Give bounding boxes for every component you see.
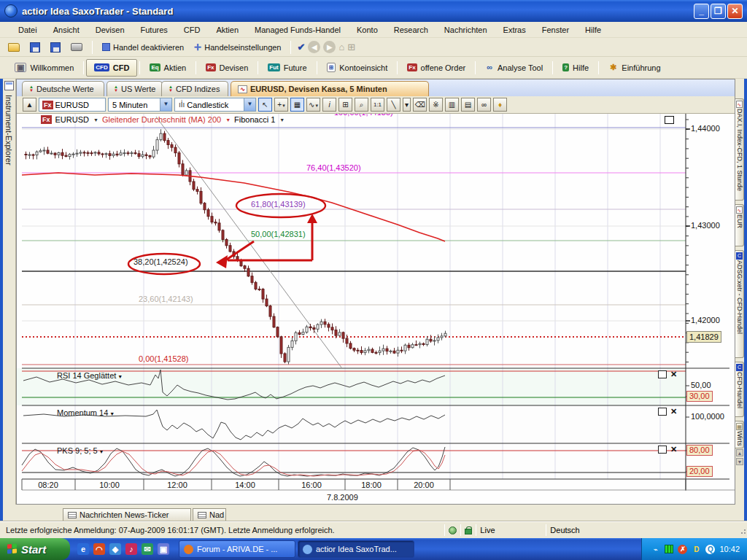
pane-restore-icon[interactable] bbox=[658, 408, 667, 416]
save-as-button[interactable] bbox=[47, 41, 64, 54]
app-tab-cfd[interactable]: CFDCFD bbox=[86, 59, 137, 77]
menu-item-fenster[interactable]: Fenster bbox=[534, 23, 577, 36]
menu-item-konto[interactable]: Konto bbox=[349, 23, 386, 36]
workspace-tab-eurusd-devisen-kassa-5-minuten[interactable]: ∿EURUSD, Devisen Kassa, 5 Minuten bbox=[231, 81, 429, 96]
menu-item-cfd[interactable]: CFD bbox=[176, 23, 209, 36]
q-tray-icon[interactable]: Q bbox=[705, 545, 715, 554]
app-tab-kontoeinsicht[interactable]: ⊞Kontoeinsicht bbox=[320, 59, 395, 77]
mail-icon[interactable]: ✉ bbox=[142, 543, 153, 555]
open-button[interactable] bbox=[4, 42, 23, 53]
menu-item-aktien[interactable]: Aktien bbox=[208, 23, 247, 36]
right-tab-adsg-xetr-cfd-handel[interactable]: CADSG:xetr - CFD-Handel bbox=[735, 250, 744, 358]
chart-window-button[interactable]: ▤ bbox=[461, 98, 475, 112]
d-tray-icon[interactable]: D bbox=[692, 545, 701, 554]
collapse-button[interactable]: ▲ bbox=[23, 98, 36, 112]
menu-item-devisen[interactable]: Devisen bbox=[88, 23, 133, 36]
chevron-down-icon[interactable]: ▼ bbox=[225, 117, 231, 122]
news-tab-nad[interactable]: Nad bbox=[193, 508, 226, 521]
taskbar-window-browser[interactable]: Forum - ARIVA.DE - ... bbox=[179, 540, 295, 558]
info-button[interactable]: i bbox=[322, 98, 336, 112]
symbol-input[interactable]: Fx EURUSD bbox=[39, 98, 106, 112]
pointer-tool-button[interactable]: ↖ bbox=[258, 98, 272, 112]
equalizer-icon[interactable] bbox=[665, 545, 673, 553]
close-button[interactable]: ✕ bbox=[727, 4, 743, 19]
taskbar-window-saxotrader[interactable]: actior Idea SaxoTrad... bbox=[298, 540, 414, 558]
legend-ma[interactable]: Gleitender Durchschnitt (MA) 200 bbox=[102, 115, 221, 124]
workspace-tab-us-werte[interactable]: ▲▼US Werte bbox=[107, 81, 163, 96]
indicator-button[interactable]: ∿▾ bbox=[306, 98, 320, 112]
disable-trading-button[interactable]: Handel deaktivieren bbox=[98, 42, 187, 53]
menu-item-ansicht[interactable]: Ansicht bbox=[45, 23, 88, 36]
menu-item-futures[interactable]: Futures bbox=[133, 23, 176, 36]
add-pane-button[interactable]: ⊞ bbox=[338, 98, 352, 112]
crosshair-tool-button[interactable]: +▾ bbox=[274, 98, 288, 112]
zoom-ratio-button[interactable]: 1:1 bbox=[371, 98, 384, 112]
menu-item-research[interactable]: Research bbox=[386, 23, 436, 36]
pane-close-icon[interactable]: ✕ bbox=[670, 408, 677, 416]
chevron-down-icon[interactable]: ▼ bbox=[93, 117, 98, 122]
browser-icon[interactable]: ◠ bbox=[93, 543, 105, 555]
grid-toggle-button[interactable]: ▦ bbox=[290, 98, 304, 112]
instrument-explorer-strip[interactable]: Instrument-Explorer bbox=[3, 79, 16, 505]
menu-item-extras[interactable]: Extras bbox=[495, 23, 534, 36]
scroll-up-icon[interactable]: ▲ bbox=[736, 449, 743, 456]
start-button[interactable]: Start bbox=[0, 538, 70, 560]
right-tab-wirts[interactable]: ▦Wirts bbox=[735, 421, 744, 448]
pane-close-icon[interactable]: ✕ bbox=[670, 446, 677, 454]
right-tab-cfd-handel[interactable]: CCFD-Handel bbox=[735, 362, 744, 417]
news-tab-nachrichten-news-ticker[interactable]: Nachrichten News-Ticker bbox=[63, 508, 191, 521]
zoom-button[interactable]: ⌕ bbox=[355, 98, 368, 112]
link-button[interactable]: ∞ bbox=[477, 98, 491, 112]
pane-close-icon[interactable]: ✕ bbox=[670, 370, 677, 378]
menu-item-datei[interactable]: Datei bbox=[10, 23, 45, 36]
minimize-button[interactable]: _ bbox=[694, 4, 709, 19]
trade-settings-button[interactable]: ✛ Handelseinstellungen bbox=[190, 41, 285, 54]
forward-icon[interactable]: ▶ bbox=[323, 41, 336, 53]
period-select[interactable]: 5 Minuten ▼ bbox=[108, 98, 172, 112]
menu-item-nachrichten[interactable]: Nachrichten bbox=[436, 23, 495, 36]
chart-style-select[interactable]: ıİı Candlestick ▼ bbox=[174, 98, 256, 112]
workspace-tab-cfd-indizes[interactable]: ▲▼CFD Indizes bbox=[161, 81, 228, 96]
app-tab-aktien[interactable]: EqAktien bbox=[142, 59, 193, 77]
chevron-down-icon[interactable]: ▼ bbox=[108, 411, 115, 416]
app-tab-willkommen[interactable]: ▣Willkommen bbox=[7, 59, 81, 77]
media-icon[interactable]: ♪ bbox=[125, 543, 137, 555]
menu-item-managed-funds-handel[interactable]: Managed Funds-Handel bbox=[247, 23, 349, 36]
up-icon[interactable]: ⊞ bbox=[347, 42, 355, 52]
app-tab-hilfe[interactable]: ?Hilfe bbox=[555, 59, 596, 77]
menu-item-hilfe[interactable]: Hilfe bbox=[577, 23, 609, 36]
chart-type-button[interactable]: ▥ bbox=[445, 98, 459, 112]
alert-bell-button[interactable]: ♦ bbox=[493, 98, 507, 112]
chevron-down-icon[interactable]: ▼ bbox=[98, 449, 104, 454]
messenger-icon[interactable]: ◈ bbox=[109, 543, 121, 555]
security-shield-icon[interactable]: ✗ bbox=[678, 545, 687, 554]
eraser-button[interactable]: ⌫ bbox=[413, 98, 427, 112]
chevron-down-icon[interactable]: ▼ bbox=[116, 374, 123, 379]
pane-restore-icon[interactable] bbox=[658, 446, 667, 454]
print-button[interactable] bbox=[67, 42, 86, 52]
checkmark-icon[interactable]: ✔ bbox=[297, 42, 305, 52]
pattern-button[interactable]: ※ bbox=[429, 98, 443, 112]
app-tab-future[interactable]: FutFuture bbox=[260, 59, 314, 77]
back-icon[interactable]: ◀ bbox=[308, 41, 320, 53]
scroll-down-icon[interactable]: ▼ bbox=[736, 458, 743, 465]
app-tab-einf-hrung[interactable]: ✱Einführung bbox=[601, 59, 667, 77]
line-tool-dropdown[interactable]: ▾ bbox=[403, 98, 411, 112]
pane-restore-icon[interactable] bbox=[658, 370, 667, 378]
save-button[interactable] bbox=[26, 41, 44, 54]
network-icon[interactable]: ⌁ bbox=[651, 545, 660, 554]
internet-explorer-icon[interactable]: e bbox=[77, 543, 89, 555]
legend-fibonacci[interactable]: Fibonacci 1 bbox=[234, 115, 275, 124]
app-tab-analyse-tool[interactable]: ∞Analyse Tool bbox=[478, 59, 550, 77]
legend-symbol[interactable]: EURUSD bbox=[55, 115, 89, 124]
pane-restore-icon[interactable] bbox=[665, 116, 674, 124]
app-tab-offene-order[interactable]: Fxoffene Order bbox=[400, 59, 473, 77]
maximize-button[interactable]: ❐ bbox=[711, 4, 726, 19]
desktop-icon[interactable]: ▣ bbox=[158, 543, 169, 555]
line-tool-button[interactable]: ╲ bbox=[387, 98, 400, 112]
right-tab-eur[interactable]: ∿EUR bbox=[735, 204, 744, 246]
home-icon[interactable]: ⌂ bbox=[338, 42, 344, 52]
right-tab-dax-i-index-cfd-1-stunde[interactable]: ∿DAX.I, Index-CFD, 1 Stunde bbox=[735, 98, 744, 201]
chevron-down-icon[interactable]: ▼ bbox=[279, 117, 285, 122]
workspace-tab-deutsche-werte[interactable]: ▲▼Deutsche Werte bbox=[22, 81, 104, 96]
